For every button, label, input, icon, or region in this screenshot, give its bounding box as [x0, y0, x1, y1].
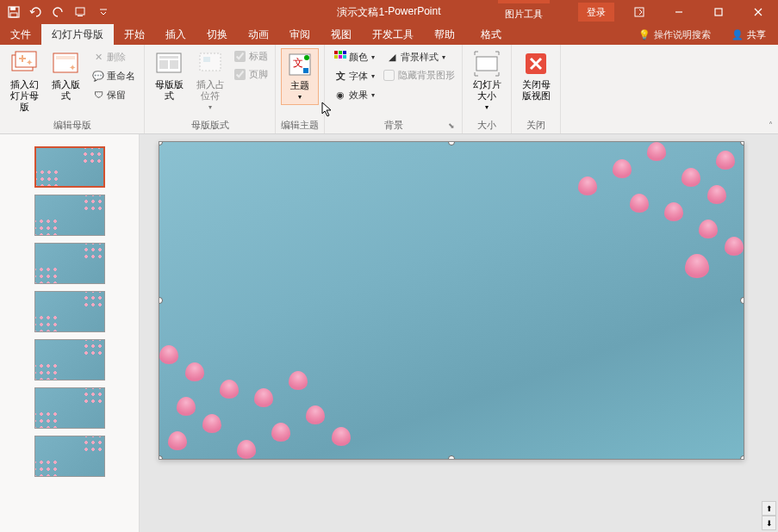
resize-handle-e[interactable]	[740, 297, 744, 304]
background-styles-button[interactable]: ◢背景样式▾	[382, 48, 457, 65]
svg-rect-30	[476, 57, 497, 71]
rename-button[interactable]: 💬重命名	[88, 67, 139, 84]
thumbnail-pane[interactable]	[0, 134, 140, 532]
delete-button[interactable]: ✕删除	[88, 48, 139, 65]
layout-thumbnail-3[interactable]	[34, 291, 105, 332]
share-label: 共享	[747, 28, 766, 41]
chevron-down-icon: ▾	[298, 91, 302, 102]
insert-placeholder-button[interactable]: 插入占位符 ▾	[191, 48, 229, 114]
tab-file[interactable]: 文件	[0, 24, 41, 45]
svg-rect-12	[56, 56, 75, 59]
lightbulb-icon: 💡	[638, 29, 650, 40]
group-label-edit-theme: 编辑主题	[281, 117, 319, 132]
resize-handle-w[interactable]	[159, 297, 163, 304]
undo-button[interactable]	[26, 2, 47, 22]
prev-slide-button[interactable]: ⬆	[762, 501, 776, 516]
fonts-button[interactable]: 文字体▾	[330, 67, 378, 84]
svg-rect-16	[159, 60, 168, 69]
slide-canvas-area[interactable]: ⬆ ⬇	[140, 134, 778, 532]
hide-bg-checkbox[interactable]: 隐藏背景图形	[382, 67, 457, 84]
rename-icon: 💬	[91, 69, 105, 83]
insert-slide-master-button[interactable]: ✦ 插入幻灯片母版	[5, 48, 43, 114]
resize-handle-s[interactable]	[448, 455, 455, 460]
footers-checkbox[interactable]: 页脚	[233, 66, 270, 83]
tab-format[interactable]: 格式	[470, 24, 512, 45]
redo-button[interactable]	[48, 2, 69, 22]
svg-text:✦: ✦	[26, 58, 33, 67]
slide-size-button[interactable]: 幻灯片大小 ▾	[468, 48, 506, 114]
tab-help[interactable]: 帮助	[424, 24, 465, 45]
effects-button[interactable]: ◉效果▾	[330, 86, 378, 103]
hide-bg-label: 隐藏背景图形	[398, 69, 455, 82]
layout-thumbnail-1[interactable]	[34, 195, 105, 236]
layout-thumbnail-2[interactable]	[34, 243, 105, 284]
group-label-close: 关闭	[517, 117, 555, 132]
layout-thumbnail-4[interactable]	[34, 339, 105, 380]
effects-label: 效果	[349, 89, 368, 102]
tab-review[interactable]: 审阅	[279, 24, 321, 45]
layout-thumbnail-5[interactable]	[34, 387, 105, 429]
window-controls	[619, 0, 778, 24]
title-checkbox[interactable]: 标题	[233, 48, 270, 65]
hide-bg-checkbox-input[interactable]	[383, 70, 395, 81]
minimize-button[interactable]	[659, 0, 699, 24]
svg-rect-27	[334, 55, 338, 59]
tell-me-search[interactable]: 💡 操作说明搜索	[630, 24, 719, 45]
ribbon-display-options[interactable]	[619, 0, 659, 24]
master-thumbnail-1[interactable]	[34, 146, 105, 188]
svg-rect-28	[339, 55, 342, 59]
close-button[interactable]	[738, 0, 778, 24]
close-master-label: 关闭母版视图	[519, 79, 553, 102]
tab-view[interactable]: 视图	[321, 24, 362, 45]
group-size: 幻灯片大小 ▾ 大小	[463, 45, 512, 133]
preserve-button[interactable]: 🛡保留	[88, 86, 139, 103]
delete-icon: ✕	[91, 50, 105, 64]
group-label-background: 背景⬊	[330, 117, 457, 132]
slide-size-label: 幻灯片大小	[470, 79, 504, 102]
group-edit-theme: 文 主题 ▾ 编辑主题	[276, 45, 325, 133]
app-title: 演示文稿1 - PowerPoint	[337, 5, 440, 20]
tell-me-label: 操作说明搜索	[654, 28, 711, 41]
layout-icon: ✦	[52, 50, 79, 77]
tab-home[interactable]: 开始	[114, 24, 155, 45]
svg-text:文: 文	[293, 57, 303, 69]
master-layout-button[interactable]: 母版版式	[150, 48, 188, 103]
customize-qat-button[interactable]	[93, 2, 114, 22]
colors-button[interactable]: 颜色▾	[330, 48, 378, 65]
group-background: 颜色▾ 文字体▾ ◉效果▾ ◢背景样式▾ 隐藏背景图形 背景⬊	[325, 45, 463, 133]
tab-transitions[interactable]: 切换	[196, 24, 238, 45]
tab-slide-master[interactable]: 幻灯片母版	[41, 24, 114, 45]
insert-layout-label: 插入版式	[48, 79, 83, 102]
slide-size-icon	[473, 50, 501, 77]
start-from-beginning-button[interactable]	[71, 2, 91, 22]
tab-developer[interactable]: 开发工具	[362, 24, 424, 45]
bg-styles-icon: ◢	[385, 50, 399, 64]
placeholder-icon	[196, 50, 224, 77]
save-button[interactable]	[3, 2, 24, 22]
resize-handle-se[interactable]	[740, 455, 744, 460]
footers-checkbox-input[interactable]	[234, 69, 246, 80]
share-button[interactable]: 👤 共享	[719, 24, 778, 45]
account-sign-in[interactable]: 登录	[578, 3, 614, 22]
chevron-down-icon: ▾	[442, 53, 445, 61]
slide-master-icon: ✦	[10, 50, 38, 77]
chevron-down-icon: ▾	[209, 102, 212, 113]
collapse-ribbon-button[interactable]: ˄	[769, 121, 773, 130]
insert-placeholder-label: 插入占位符	[193, 79, 227, 102]
next-slide-button[interactable]: ⬇	[762, 516, 776, 530]
close-master-view-button[interactable]: 关闭母版视图	[517, 48, 555, 103]
svg-rect-29	[343, 55, 346, 59]
workspace: ⬆ ⬇	[0, 134, 778, 532]
layout-thumbnail-6[interactable]	[34, 436, 105, 477]
title-checkbox-input[interactable]	[234, 51, 246, 62]
tab-insert[interactable]: 插入	[155, 24, 196, 45]
resize-handle-n[interactable]	[448, 141, 455, 145]
insert-layout-button[interactable]: ✦ 插入版式	[47, 48, 84, 103]
tab-animations[interactable]: 动画	[238, 24, 279, 45]
maximize-button[interactable]	[699, 0, 738, 24]
slide-canvas[interactable]	[159, 141, 744, 460]
svg-rect-26	[343, 51, 346, 54]
resize-handle-nw[interactable]	[159, 141, 163, 145]
themes-button[interactable]: 文 主题 ▾	[281, 48, 319, 105]
dialog-launcher-background[interactable]: ⬊	[446, 121, 457, 132]
